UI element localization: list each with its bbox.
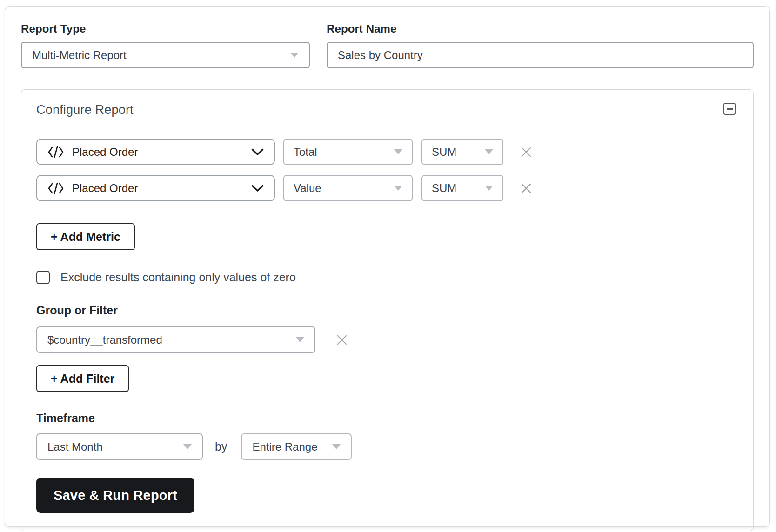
metric-aggregate-select[interactable]: SUM	[421, 175, 503, 201]
report-type-field: Report Type Multi-Metric Report	[21, 23, 310, 68]
chevron-down-icon	[251, 148, 264, 156]
metric-select[interactable]: Placed Order	[36, 175, 275, 201]
exclude-zero-row: Exclude results containing only values o…	[36, 271, 739, 284]
timeframe-interval-value: Entire Range	[252, 440, 317, 453]
metric-field-value: Total	[294, 146, 317, 159]
report-name-label: Report Name	[327, 23, 754, 35]
exclude-zero-label: Exclude results containing only values o…	[60, 271, 296, 284]
minus-icon	[727, 108, 733, 110]
caret-down-icon	[296, 337, 304, 342]
configure-report-header: Configure Report	[36, 103, 739, 117]
remove-metric-button[interactable]	[518, 180, 534, 196]
group-by-value: $country__transformed	[47, 333, 162, 346]
metric-select-value: Placed Order	[72, 146, 138, 159]
caret-down-icon	[394, 186, 402, 191]
report-name-input[interactable]	[327, 42, 754, 68]
report-type-select[interactable]: Multi-Metric Report	[21, 42, 310, 68]
metric-aggregate-value: SUM	[432, 182, 456, 195]
caret-down-icon	[290, 53, 299, 58]
exclude-zero-checkbox[interactable]	[36, 271, 50, 284]
configure-report-title: Configure Report	[36, 103, 134, 117]
report-type-label: Report Type	[21, 23, 310, 35]
metric-select[interactable]: Placed Order	[36, 139, 275, 165]
metric-aggregate-select[interactable]: SUM	[421, 139, 503, 165]
caret-down-icon	[394, 149, 402, 154]
add-metric-button[interactable]: + Add Metric	[36, 223, 135, 250]
report-header-row: Report Type Multi-Metric Report Report N…	[21, 23, 754, 68]
timeframe-range-select[interactable]: Last Month	[36, 433, 203, 460]
close-icon	[520, 182, 532, 194]
caret-down-icon	[485, 186, 493, 191]
report-builder-card: Report Type Multi-Metric Report Report N…	[5, 6, 770, 527]
metric-row: Placed Order Total SUM	[36, 139, 739, 165]
remove-group-button[interactable]	[334, 332, 350, 348]
metric-field-select[interactable]: Total	[283, 139, 413, 165]
group-by-select[interactable]: $country__transformed	[36, 326, 315, 353]
timeframe-row: Last Month by Entire Range	[36, 433, 739, 460]
timeframe-range-value: Last Month	[47, 440, 103, 453]
code-icon	[47, 146, 64, 158]
save-run-report-button[interactable]: Save & Run Report	[36, 478, 194, 513]
close-icon	[336, 334, 348, 346]
timeframe-interval-select[interactable]: Entire Range	[241, 433, 352, 460]
caret-down-icon	[332, 444, 341, 449]
caret-down-icon	[183, 444, 192, 449]
group-or-filter-label: Group or Filter	[36, 304, 739, 317]
chevron-down-icon	[251, 185, 264, 192]
close-icon	[520, 146, 532, 158]
collapse-section-button[interactable]	[723, 103, 736, 115]
metric-select-value: Placed Order	[72, 182, 138, 195]
add-filter-button[interactable]: + Add Filter	[36, 365, 129, 392]
metric-field-value: Value	[294, 182, 321, 195]
metric-rows: Placed Order Total SUM	[36, 139, 739, 201]
report-name-field: Report Name	[327, 23, 754, 68]
code-icon	[47, 182, 64, 194]
metric-aggregate-value: SUM	[432, 146, 456, 159]
metric-row: Placed Order Value SUM	[36, 175, 739, 201]
timeframe-label: Timeframe	[36, 412, 739, 425]
report-type-value: Multi-Metric Report	[32, 49, 127, 62]
remove-metric-button[interactable]	[518, 144, 534, 160]
timeframe-by-label: by	[215, 440, 227, 453]
caret-down-icon	[485, 149, 493, 154]
configure-report-section: Configure Report Placed Order	[21, 89, 754, 531]
group-filter-row: $country__transformed	[36, 326, 739, 353]
metric-field-select[interactable]: Value	[283, 175, 413, 201]
